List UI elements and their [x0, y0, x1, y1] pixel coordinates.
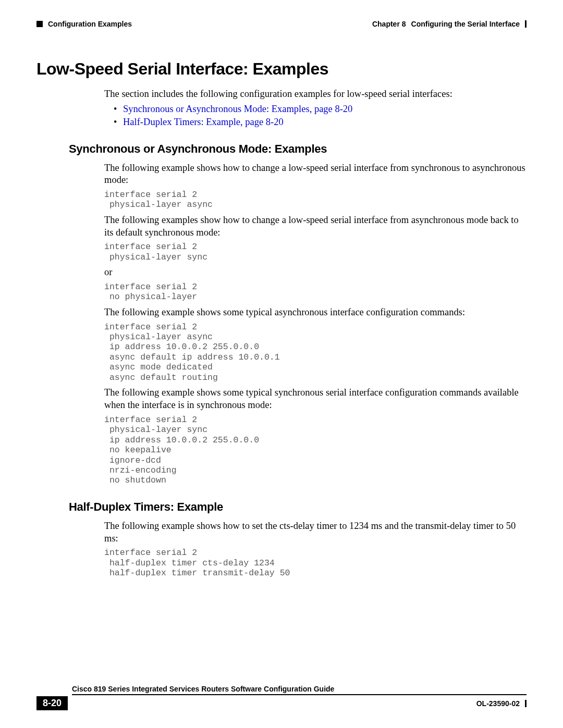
- main-heading: Low-Speed Serial Interface: Examples: [36, 59, 527, 79]
- code-block: interface serial 2 physical-layer sync: [104, 242, 527, 262]
- chapter-label: Chapter 8: [372, 20, 406, 28]
- xref-link-half-duplex[interactable]: Half-Duplex Timers: Example, page 8-20: [123, 117, 284, 127]
- doc-id-text: OL-23590-02: [476, 699, 520, 708]
- paragraph: The following examples show how to chang…: [104, 214, 527, 239]
- footer-guide-title: Cisco 819 Series Integrated Services Rou…: [72, 685, 527, 693]
- or-text: or: [104, 266, 527, 279]
- section-heading: Synchronous or Asynchronous Mode: Exampl…: [69, 142, 527, 156]
- footer-rule-icon: [72, 694, 527, 695]
- header-section-left: Configuration Examples: [48, 20, 132, 28]
- footer-row: 8-20 OL-23590-02: [36, 696, 527, 710]
- chapter-title: Configuring the Serial Interface: [411, 20, 520, 28]
- header-right: Chapter 8 Configuring the Serial Interfa…: [372, 20, 527, 28]
- intro-block: The section includes the following confi…: [104, 88, 527, 128]
- xref-item: Synchronous or Asynchronous Mode: Exampl…: [114, 104, 527, 115]
- paragraph: The following example shows some typical…: [104, 306, 527, 319]
- xref-list: Synchronous or Asynchronous Mode: Exampl…: [114, 104, 527, 128]
- xref-link-sync-async[interactable]: Synchronous or Asynchronous Mode: Exampl…: [123, 104, 352, 114]
- code-block: interface serial 2 physical-layer async: [104, 190, 527, 210]
- xref-item: Half-Duplex Timers: Example, page 8-20: [114, 117, 527, 128]
- header-left: Configuration Examples: [36, 20, 132, 28]
- doc-id: OL-23590-02: [476, 699, 527, 708]
- section-heading: Half-Duplex Timers: Example: [69, 500, 527, 514]
- paragraph: The following example shows how to chang…: [104, 162, 527, 187]
- intro-paragraph: The section includes the following confi…: [104, 88, 527, 101]
- code-block: interface serial 2 no physical-layer: [104, 282, 527, 302]
- code-block: interface serial 2 half-duplex timer cts…: [104, 548, 527, 578]
- paragraph: The following example shows some typical…: [104, 387, 527, 411]
- section-sync-async: Synchronous or Asynchronous Mode: Exampl…: [69, 142, 527, 486]
- footer-end-bar-icon: [525, 700, 527, 707]
- paragraph: The following example shows how to set t…: [104, 520, 527, 545]
- square-bullet-icon: [36, 21, 43, 27]
- code-block: interface serial 2 physical-layer async …: [104, 322, 527, 383]
- header-end-bar-icon: [525, 20, 527, 28]
- footer: Cisco 819 Series Integrated Services Rou…: [36, 685, 527, 710]
- page: Configuration Examples Chapter 8 Configu…: [0, 0, 563, 728]
- code-block: interface serial 2 physical-layer sync i…: [104, 415, 527, 486]
- running-header: Configuration Examples Chapter 8 Configu…: [36, 20, 527, 28]
- page-number: 8-20: [36, 696, 68, 710]
- section-half-duplex: Half-Duplex Timers: Example The followin…: [69, 500, 527, 578]
